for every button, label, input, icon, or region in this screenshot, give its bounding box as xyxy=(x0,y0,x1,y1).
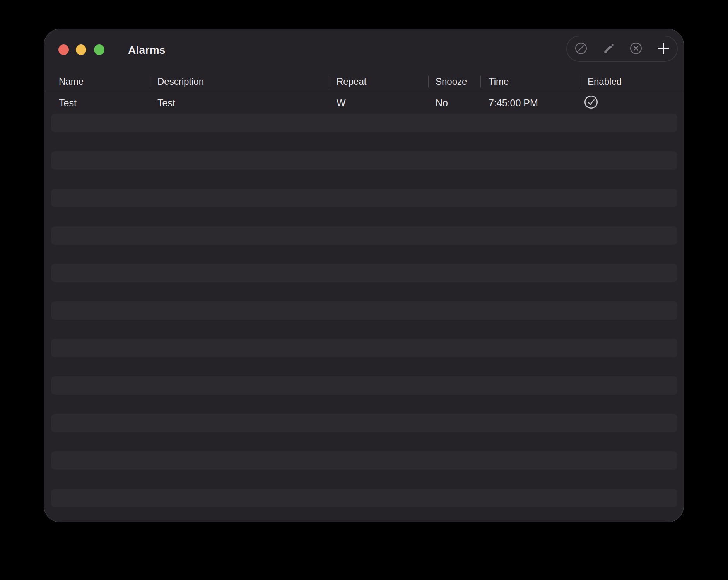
toolbar xyxy=(566,36,678,62)
plus-icon xyxy=(657,42,670,56)
column-divider xyxy=(480,76,481,87)
column-header-time[interactable]: Time xyxy=(489,71,509,92)
close-window-button[interactable] xyxy=(58,44,69,55)
empty-row-stripe xyxy=(51,264,677,282)
check-circle-icon xyxy=(584,95,598,111)
empty-row-stripe xyxy=(51,414,677,432)
edit-alarm-button[interactable] xyxy=(595,36,622,61)
column-header-repeat[interactable]: Repeat xyxy=(337,71,366,92)
cell-time: 7:45:00 PM xyxy=(489,92,538,114)
empty-row-stripe xyxy=(51,339,677,357)
minimize-window-button[interactable] xyxy=(76,44,86,55)
cell-description: Test xyxy=(157,92,175,114)
empty-row-stripe xyxy=(51,451,677,470)
table-row[interactable]: Test Test W No 7:45:00 PM xyxy=(44,92,684,114)
empty-row-stripe xyxy=(51,376,677,395)
alarms-window: Alarms xyxy=(44,29,684,522)
disable-alarm-button[interactable] xyxy=(567,36,595,61)
delete-alarm-button[interactable] xyxy=(622,36,649,61)
cell-name: Test xyxy=(59,92,77,114)
column-divider xyxy=(581,76,581,87)
add-alarm-button[interactable] xyxy=(649,36,677,61)
x-circle-icon xyxy=(629,42,643,56)
pencil-icon xyxy=(602,42,615,56)
cell-repeat: W xyxy=(337,92,346,114)
circle-slash-icon xyxy=(574,42,588,56)
window-title: Alarms xyxy=(128,29,166,72)
titlebar: Alarms xyxy=(44,29,684,72)
empty-row-stripe xyxy=(51,151,677,170)
empty-row-stripe xyxy=(51,189,677,207)
column-header-enabled[interactable]: Enabled xyxy=(588,71,622,92)
table-header-row: Name Description Repeat Snooze Time Enab… xyxy=(44,71,684,92)
empty-row-stripe xyxy=(51,489,677,507)
zoom-window-button[interactable] xyxy=(94,44,104,55)
cell-snooze: No xyxy=(436,92,448,114)
empty-row-stripe xyxy=(51,226,677,245)
column-header-snooze[interactable]: Snooze xyxy=(436,71,467,92)
column-header-description[interactable]: Description xyxy=(157,71,204,92)
column-divider xyxy=(428,76,429,87)
empty-row-stripe xyxy=(51,114,677,132)
column-divider xyxy=(151,76,151,87)
column-divider xyxy=(329,76,329,87)
column-header-name[interactable]: Name xyxy=(59,71,84,92)
cell-enabled[interactable] xyxy=(584,96,598,110)
empty-rows xyxy=(51,114,677,522)
empty-row-stripe xyxy=(51,301,677,320)
